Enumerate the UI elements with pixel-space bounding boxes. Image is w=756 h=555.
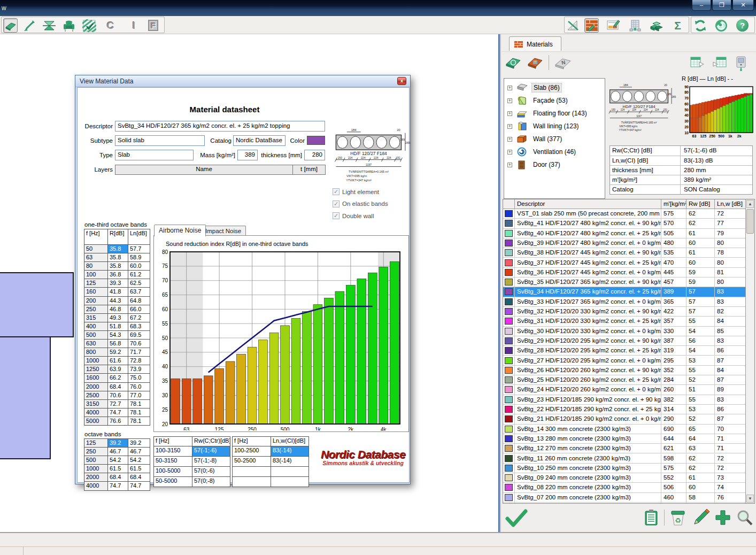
- tab-airborne-noise[interactable]: Airborne Noise: [154, 225, 206, 236]
- expand-icon[interactable]: +: [507, 86, 512, 90]
- table-row[interactable]: SvBtg_08 220 mm concrete (2300 kg/m3)506…: [503, 483, 746, 492]
- add-icon[interactable]: [715, 510, 731, 526]
- table-row[interactable]: SvBtg_24 HD/F120/20 260 kg/m2 concr. el.…: [503, 385, 746, 395]
- tree-item-wall[interactable]: +Wall (377): [504, 133, 605, 145]
- letter-i-tool[interactable]: I: [127, 18, 141, 33]
- descriptor-field[interactable]: SvBtg_34 HD/F120/27 365 kg/m2 concr. el.…: [115, 121, 325, 132]
- table-row[interactable]: 10036.861.2: [84, 271, 150, 279]
- table-row[interactable]: 250070.677.0: [84, 391, 150, 400]
- table-row[interactable]: SvBtg_40 HD/F120/27 480 kg/m2 concr. el.…: [503, 229, 746, 238]
- table-row[interactable]: 315072.778.1: [84, 400, 150, 408]
- furniture-tool[interactable]: [61, 18, 76, 33]
- table-row[interactable]: SvBtg_37 HD/F120/27 445 kg/m2 concr. el.…: [503, 258, 746, 268]
- table-row[interactable]: 400074.774.7: [84, 482, 150, 490]
- mirror-tool[interactable]: [42, 18, 56, 33]
- table-row[interactable]: SvBtg_23 HD/F120/185 290 kg/m2 concr. el…: [503, 395, 746, 405]
- table-row[interactable]: 50054.369.5: [84, 331, 150, 340]
- blocks-tool[interactable]: [649, 18, 664, 33]
- sum-tool[interactable]: Σ: [670, 18, 685, 33]
- table-row[interactable]: 12539.362.5: [84, 279, 150, 288]
- materials-tool[interactable]: [584, 18, 599, 33]
- table-row[interactable]: VST_01 slab 250 mm (50 precast concrete,…: [503, 209, 746, 219]
- table-row[interactable]: 100-500057(0;-6): [154, 467, 230, 477]
- refresh-tool[interactable]: [693, 18, 707, 33]
- table-row[interactable]: SvBtg_25 HD/F120/20 260 kg/m2 concr. el.…: [503, 375, 746, 385]
- type-field[interactable]: Slab: [115, 150, 194, 160]
- table-row[interactable]: 80059.271.7: [84, 348, 150, 357]
- table-row[interactable]: SvBtg_12 270 mm concrete (2300 kg/m3)621…: [503, 444, 746, 453]
- table-row[interactable]: SvBtg_14 300 mm concrete (2300 kg/m3)690…: [503, 425, 746, 434]
- help-tool[interactable]: ?: [735, 18, 750, 33]
- expand-icon[interactable]: +: [507, 137, 512, 142]
- scroll-down-button[interactable]: ▼: [746, 495, 754, 503]
- tab-impact-noise[interactable]: Impact Noise: [200, 226, 246, 236]
- table-row[interactable]: SvBtg_22 HD/F120/185 290 kg/m2 concr. el…: [503, 405, 746, 414]
- expand-icon[interactable]: +: [507, 111, 512, 116]
- user-catalog-book-icon[interactable]: [527, 55, 544, 71]
- clipboard-icon[interactable]: [644, 509, 659, 526]
- resize-arrows-tool[interactable]: [22, 18, 36, 33]
- materials-header-cell[interactable]: [503, 199, 515, 209]
- expand-icon[interactable]: +: [507, 124, 512, 129]
- apply-button[interactable]: [505, 508, 528, 530]
- tab-materials[interactable]: Materials: [509, 36, 561, 51]
- table-row[interactable]: SvBtg_35 HD/F120/27 365 kg/m2 concr. el.…: [503, 278, 746, 287]
- close-button[interactable]: ✕: [732, 0, 754, 11]
- table-row[interactable]: 500076.678.1: [84, 417, 150, 426]
- tree-item-slab[interactable]: +Slab (86): [504, 81, 605, 94]
- hatch-check-tool[interactable]: [82, 18, 96, 33]
- mass-field[interactable]: 389: [237, 150, 258, 160]
- table-row[interactable]: 100061.561.5: [84, 465, 150, 473]
- decoration-tool[interactable]: [606, 18, 620, 33]
- table-row[interactable]: 125063.973.9: [84, 365, 150, 374]
- table-row[interactable]: SvBtg_11 260 mm concrete (2300 kg/m3)598…: [503, 454, 746, 464]
- tree-item-door[interactable]: +Door (37): [504, 158, 605, 171]
- table-row[interactable]: SvBtg_09 240 mm concrete (2300 kg/m3)552…: [503, 473, 746, 483]
- tree-item-floating-floor[interactable]: +Floating floor (143): [504, 107, 605, 120]
- database-server-icon[interactable]: [735, 56, 749, 72]
- minimize-button[interactable]: –: [692, 0, 711, 11]
- table-row[interactable]: 16041.863.7: [84, 288, 150, 296]
- tree-item-facade[interactable]: +Façade (53): [504, 94, 605, 107]
- building-tool[interactable]: [628, 18, 642, 33]
- table-row[interactable]: 50054.254.2: [84, 456, 150, 465]
- table-row[interactable]: SvBtg_39 HD/F120/27 480 kg/m2 concr. el.…: [503, 238, 746, 248]
- table-row[interactable]: SvBtg_06 180 mm concrete (2300 kg/m3)414…: [503, 503, 746, 504]
- import-table-icon[interactable]: [712, 56, 727, 70]
- color-swatch[interactable]: [307, 136, 325, 145]
- letter-f-tool[interactable]: F: [146, 18, 160, 33]
- search-icon[interactable]: [736, 509, 753, 526]
- table-row[interactable]: SvBtg_26 HD/F120/20 260 kg/m2 concr. el.…: [503, 366, 746, 375]
- materials-header-cell[interactable]: Ln,w [dB]: [715, 199, 746, 209]
- table-row[interactable]: 50-250083(-14): [233, 457, 308, 467]
- table-row[interactable]: 100061.672.8: [84, 357, 150, 365]
- plan-room-shape[interactable]: [0, 272, 74, 337]
- table-row[interactable]: 25046.746.7: [84, 448, 150, 456]
- dialog-close-button[interactable]: x: [397, 77, 406, 85]
- table-row[interactable]: 6335.858.9: [84, 253, 150, 262]
- table-row[interactable]: 12539.239.2: [84, 439, 150, 448]
- table-row[interactable]: SvBtg_29 HD/F120/20 295 kg/m2 concr. el.…: [503, 336, 746, 346]
- scroll-up-button[interactable]: ▲: [746, 200, 754, 208]
- table-row[interactable]: SvBtg_10 250 mm concrete (2300 kg/m3)575…: [503, 464, 746, 473]
- export-table-icon[interactable]: [690, 56, 705, 70]
- table-row[interactable]: 160066.275.0: [84, 374, 150, 382]
- tree-item-ventilation[interactable]: +Ventilation (46): [504, 145, 605, 158]
- table-row[interactable]: 25046.866.0: [84, 305, 150, 314]
- table-row[interactable]: SvBtg_28 HD/F120/20 295 kg/m2 concr. el.…: [503, 346, 746, 356]
- materials-scrollbar[interactable]: ▲ ▼: [745, 199, 754, 503]
- restore-button[interactable]: ❐: [712, 0, 731, 11]
- checkbox[interactable]: ✓: [333, 188, 340, 195]
- table-row[interactable]: [233, 477, 308, 487]
- table-row[interactable]: SvBtg_27 HD/F120/20 295 kg/m2 concr. el.…: [503, 356, 746, 366]
- table-row[interactable]: 5035.857.7: [84, 245, 150, 253]
- scroll-thumb[interactable]: [746, 209, 754, 234]
- table-row[interactable]: [233, 467, 308, 477]
- table-row[interactable]: 50-315057(-1;-8): [154, 457, 230, 467]
- table-row[interactable]: 200068.476.0: [84, 383, 150, 391]
- pencil-icon[interactable]: [691, 509, 709, 526]
- plan-room-shape[interactable]: [0, 336, 51, 459]
- materials-header-cell[interactable]: Rw [dB]: [686, 199, 715, 209]
- table-row[interactable]: 100-315057(-1;-6): [154, 446, 230, 457]
- table-row[interactable]: SvBtg_34 HD/F120/27 365 kg/m2 concr. el.…: [503, 287, 746, 297]
